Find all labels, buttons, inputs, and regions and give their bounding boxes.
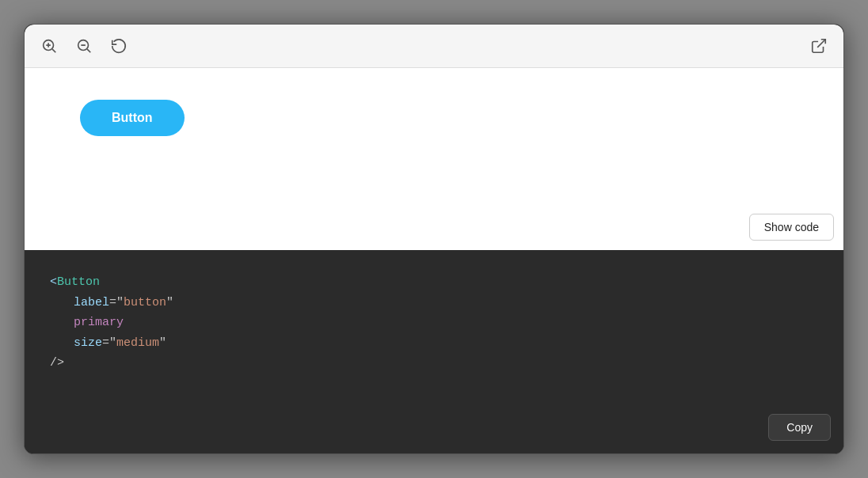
- reset-zoom-icon: [110, 37, 128, 55]
- toolbar: [25, 25, 843, 68]
- code-line-2: label="button": [50, 293, 818, 313]
- demo-button[interactable]: Button: [80, 100, 185, 136]
- attr-quote-close-2: ": [159, 336, 166, 350]
- code-panel: <Button label="button" primary size="med…: [25, 250, 843, 453]
- attr-value-label: button: [124, 296, 166, 309]
- main-window: Button Show code <Button label="button" …: [24, 24, 844, 454]
- toolbar-left: [37, 34, 131, 58]
- attr-quote-close-1: ": [166, 296, 173, 309]
- show-code-button[interactable]: Show code: [749, 214, 834, 241]
- zoom-out-button[interactable]: [72, 34, 96, 58]
- zoom-in-button[interactable]: [37, 34, 61, 58]
- code-line-4: size="medium": [50, 333, 818, 354]
- external-link-button[interactable]: [807, 34, 831, 58]
- attr-eq-2: =: [102, 336, 109, 350]
- svg-line-3: [52, 49, 55, 52]
- open-bracket: <: [50, 275, 57, 289]
- attr-size: size: [74, 336, 102, 350]
- reset-zoom-button[interactable]: [107, 34, 131, 58]
- code-line-5: />: [50, 353, 818, 374]
- zoom-in-icon: [40, 37, 58, 55]
- attr-quote-open-2: ": [109, 336, 116, 350]
- code-line-1: <Button: [50, 272, 818, 293]
- svg-line-6: [87, 49, 90, 52]
- code-line-3: primary: [50, 313, 818, 333]
- close-tag: />: [50, 356, 64, 370]
- external-link-icon: [810, 37, 828, 55]
- code-block: <Button label="button" primary size="med…: [50, 272, 818, 374]
- copy-button[interactable]: Copy: [768, 414, 831, 441]
- attr-primary: primary: [74, 316, 124, 329]
- svg-line-7: [817, 40, 825, 47]
- attr-label: label: [74, 296, 109, 309]
- attr-quote-open-1: ": [116, 296, 124, 309]
- zoom-out-icon: [75, 37, 93, 55]
- attr-eq-1: =: [109, 296, 116, 309]
- preview-area: Button Show code: [25, 68, 843, 250]
- attr-value-size: medium: [116, 336, 159, 350]
- tag-name: Button: [57, 275, 100, 289]
